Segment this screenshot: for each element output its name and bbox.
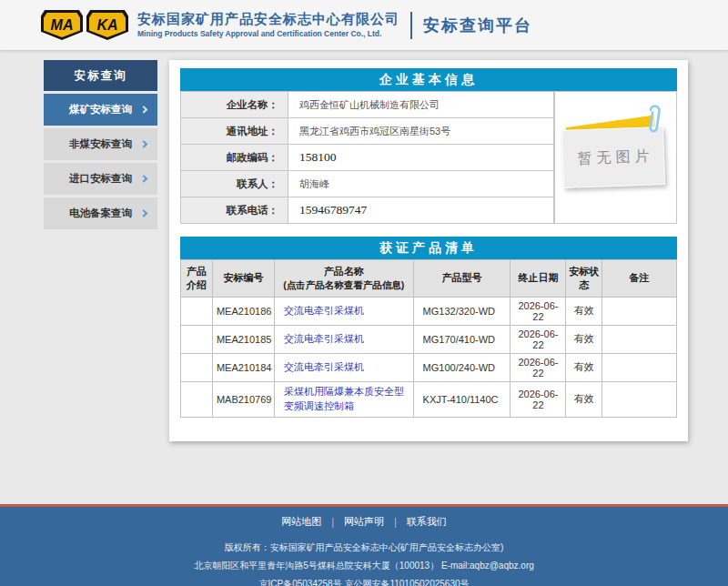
sidebar-item-import-query[interactable]: 进口安标查询 [44, 163, 157, 195]
col-product-name: 产品名称 (点击产品名称查看产品信息) [275, 260, 414, 298]
chevron-right-icon [140, 175, 147, 182]
body-area: 安标查询 煤矿安标查询 非煤安标查询 进口安标查询 电池备案查询 企业基本信息 [0, 50, 728, 504]
platform-title: 安标查询平台 [423, 15, 532, 36]
sidebar-item-coal-query[interactable]: 煤矿安标查询 [44, 94, 157, 126]
company-info-title: 企业基本信息 [180, 68, 677, 91]
cell-end-date: 2026-06-22 [511, 297, 566, 325]
ka-badge-icon: KA [86, 10, 128, 40]
cell-status: 有效 [566, 381, 602, 417]
info-label: 联系电话： [181, 197, 288, 224]
col-product-intro: 产品介绍 [181, 260, 213, 298]
product-name-link[interactable]: 采煤机用隔爆兼本质安全型变频调速控制箱 [284, 386, 404, 411]
col-status: 安标状态 [566, 260, 602, 298]
cell-end-date: 2026-06-22 [511, 325, 566, 353]
sidebar-item-noncoal-query[interactable]: 非煤安标查询 [44, 128, 157, 160]
sidebar: 安标查询 煤矿安标查询 非煤安标查询 进口安标查询 电池备案查询 [44, 60, 157, 229]
info-label: 通讯地址： [181, 118, 288, 145]
copyright-text: 版权所有：安标国家矿用产品安全标志中心(矿用产品安全标志办公室) [0, 541, 728, 554]
info-value: 158100 [288, 145, 554, 171]
cell-product-name: 采煤机用隔爆兼本质安全型变频调速控制箱 [275, 381, 414, 417]
info-value: 黑龙江省鸡西市鸡冠区南星街53号 [288, 118, 554, 145]
ka-badge-text: KA [89, 13, 126, 37]
footer-links: 网站地图｜网站声明｜联系我们 [0, 515, 728, 529]
col-end-date: 终止日期 [511, 260, 566, 298]
cell-model: MG132/320-WD [413, 297, 511, 325]
main-panel: 企业基本信息 企业名称： 鸡西金恒矿山机械制造有限公司 通讯地址： 黑龙江省鸡西… [169, 60, 688, 441]
sidebar-item-label: 非煤安标查询 [69, 138, 132, 149]
info-label: 企业名称： [181, 92, 288, 118]
cell-product-name: 交流电牵引采煤机 [275, 325, 414, 353]
col-remark: 备注 [602, 260, 677, 298]
cell-intro [181, 325, 213, 353]
info-value: 鸡西金恒矿山机械制造有限公司 [288, 92, 554, 118]
info-row-company-name: 企业名称： 鸡西金恒矿山机械制造有限公司 [181, 92, 554, 118]
product-row: MAB210769 采煤机用隔爆兼本质安全型变频调速控制箱 KXJT-410/1… [181, 381, 677, 417]
sidebar-item-label: 电池备案查询 [69, 207, 132, 218]
product-name-link[interactable]: 交流电牵引采煤机 [284, 361, 364, 372]
cell-intro [181, 297, 213, 325]
cell-status: 有效 [566, 325, 602, 353]
cell-cert-no: MEA210184 [212, 353, 274, 381]
cell-cert-no: MAB210769 [212, 381, 274, 417]
maka-logo[interactable]: MA KA [41, 10, 128, 40]
cell-status: 有效 [566, 353, 602, 381]
sidebar-item-battery-query[interactable]: 电池备案查询 [44, 197, 157, 229]
cell-intro [181, 381, 213, 417]
product-name-link[interactable]: 交流电牵引采煤机 [284, 333, 364, 344]
contact-us-link[interactable]: 联系我们 [407, 516, 447, 527]
chevron-right-icon [140, 209, 147, 217]
no-image-text: 暂无图片 [572, 146, 654, 168]
sidebar-item-label: 煤矿安标查询 [69, 104, 132, 115]
cell-remark [602, 325, 677, 353]
company-info-table: 企业名称： 鸡西金恒矿山机械制造有限公司 通讯地址： 黑龙江省鸡西市鸡冠区南星街… [180, 91, 554, 224]
header-divider [410, 12, 412, 39]
cell-remark [602, 381, 677, 417]
products-header-row: 产品介绍 安标编号 产品名称 (点击产品名称查看产品信息) 产品型号 终止日期 … [181, 260, 677, 298]
company-info-section: 企业基本信息 企业名称： 鸡西金恒矿山机械制造有限公司 通讯地址： 黑龙江省鸡西… [180, 68, 677, 224]
ma-badge-text: MA [44, 13, 80, 37]
info-row-contact: 联系人： 胡海峰 [181, 171, 554, 197]
cell-end-date: 2026-06-22 [511, 353, 566, 381]
product-row: MEA210184 交流电牵引采煤机 MG100/240-WD 2026-06-… [181, 353, 677, 381]
cell-remark [602, 297, 677, 325]
cell-model: MG100/240-WD [413, 353, 511, 381]
info-row-phone: 联系电话： 15946789747 [181, 197, 554, 224]
product-name-link[interactable]: 交流电牵引采煤机 [284, 305, 364, 316]
org-name-block: 安标国家矿用产品安全标志中心有限公司 Mining Products Safet… [137, 12, 399, 38]
address-text: 北京朝阳区和平里青年沟路5号煤科总院安科大厦（100013） E-mail:aq… [0, 560, 728, 572]
sidebar-title: 安标查询 [44, 60, 157, 91]
info-label: 邮政编码： [181, 145, 288, 171]
icp-record-text: 京ICP备05034258号 京公网安备11010502025630号 [0, 578, 728, 586]
products-table: 产品介绍 安标编号 产品名称 (点击产品名称查看产品信息) 产品型号 终止日期 … [180, 259, 677, 418]
link-separator: ｜ [390, 516, 400, 527]
product-row: MEA210186 交流电牵引采煤机 MG132/320-WD 2026-06-… [181, 297, 677, 325]
sitemap-link[interactable]: 网站地图 [281, 516, 321, 527]
cell-product-name: 交流电牵引采煤机 [275, 353, 414, 381]
cell-model: MG170/410-WD [413, 325, 511, 353]
product-row: MEA210185 交流电牵引采煤机 MG170/410-WD 2026-06-… [181, 325, 677, 353]
chevron-right-icon [140, 106, 147, 113]
site-footer: 网站地图｜网站声明｜联系我们 版权所有：安标国家矿用产品安全标志中心(矿用产品安… [0, 507, 728, 586]
chevron-right-icon [140, 140, 147, 147]
cell-remark [602, 353, 677, 381]
products-title: 获证产品清单 [180, 237, 677, 259]
sidebar-item-label: 进口安标查询 [69, 173, 132, 184]
site-statement-link[interactable]: 网站声明 [344, 516, 384, 527]
products-section: 获证产品清单 产品介绍 安标编号 产品名称 (点击产品名称查看产品信息) 产品型… [180, 237, 677, 418]
ma-badge-icon: MA [41, 10, 83, 40]
org-name-cn: 安标国家矿用产品安全标志中心有限公司 [137, 12, 399, 27]
cell-cert-no: MEA210186 [212, 297, 274, 325]
cell-product-name: 交流电牵引采煤机 [275, 297, 414, 325]
no-image-placeholder: 暂无图片 [554, 91, 677, 224]
col-model: 产品型号 [413, 260, 511, 298]
info-label: 联系人： [181, 171, 288, 197]
info-value: 15946789747 [288, 197, 554, 224]
site-header: MA KA 安标国家矿用产品安全标志中心有限公司 Mining Products… [0, 0, 728, 50]
cell-status: 有效 [566, 297, 602, 325]
cell-model: KXJT-410/1140C [413, 381, 511, 417]
cell-intro [181, 353, 213, 381]
info-row-address: 通讯地址： 黑龙江省鸡西市鸡冠区南星街53号 [181, 118, 554, 145]
cell-end-date: 2026-06-22 [511, 381, 566, 417]
link-separator: ｜ [328, 516, 338, 527]
info-row-postcode: 邮政编码： 158100 [181, 145, 554, 171]
